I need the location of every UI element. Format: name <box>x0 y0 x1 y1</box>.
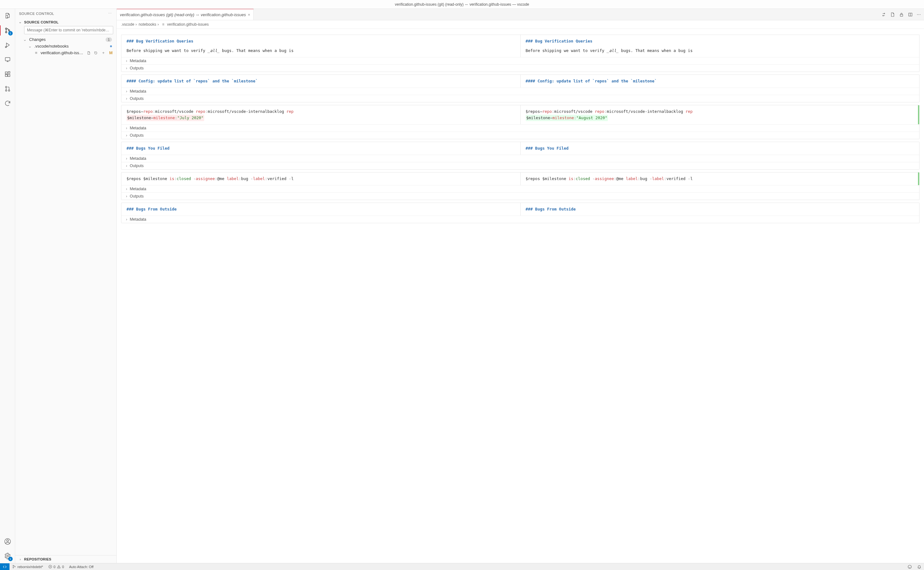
diff-cell: $repos=repo:microsoft/vscode repo:micros… <box>121 105 919 139</box>
tab-label: verification.github-issues (git) (read-o… <box>120 12 246 17</box>
chevron-down-icon: ⌄ <box>18 20 23 24</box>
github-pr-icon[interactable] <box>3 84 12 93</box>
notifications-icon[interactable] <box>915 565 924 569</box>
metadata-fold[interactable]: ›Metadata <box>121 185 919 192</box>
diff-left-pane[interactable]: $repos=repo:microsoft/vscode repo:micros… <box>121 105 521 124</box>
explorer-icon[interactable] <box>3 11 12 20</box>
md-heading: ### Bug Verification Queries <box>127 38 515 44</box>
folder-row[interactable]: ⌄ .vscode/notebooks <box>15 43 116 49</box>
more-actions-icon[interactable]: ⋯ <box>917 12 921 17</box>
open-file-action-icon[interactable] <box>890 12 895 17</box>
split-editor-icon[interactable] <box>908 12 913 17</box>
changes-count-badge: 1 <box>106 37 112 42</box>
swap-diff-icon[interactable] <box>881 12 886 17</box>
md-heading: ### Bug Verification Queries <box>526 38 915 44</box>
outputs-fold[interactable]: ›Outputs <box>121 192 919 200</box>
repositories-section[interactable]: › REPOSITORIES <box>15 555 116 563</box>
branch-status[interactable]: rebornix/nbdebt* <box>9 565 46 569</box>
breadcrumb-c[interactable]: verification.github-issues <box>167 22 208 27</box>
diff-right-pane[interactable]: $repos=repo:microsoft/vscode repo:micros… <box>521 105 919 124</box>
discard-changes-icon[interactable] <box>94 51 99 55</box>
scm-section-header[interactable]: ⌄ SOURCE CONTROL <box>15 19 116 25</box>
folder-modified-dot <box>110 45 112 47</box>
chevron-right-icon: › <box>126 66 127 70</box>
svg-point-19 <box>15 566 15 567</box>
stage-changes-icon[interactable]: + <box>101 51 106 55</box>
metadata-fold[interactable]: ›Metadata <box>121 87 919 95</box>
extensions-icon[interactable] <box>3 70 12 79</box>
md-paragraph: Before shipping we want to verify _all_ … <box>127 48 515 54</box>
chevron-down-icon: ⌄ <box>22 37 27 42</box>
md-heading: ### Bugs From Outside <box>526 206 915 212</box>
svg-point-10 <box>5 90 7 91</box>
outputs-fold[interactable]: ›Outputs <box>121 64 919 72</box>
diff-right-pane[interactable]: ### Bug Verification Queries Before ship… <box>521 35 919 57</box>
diff-right-pane[interactable]: #### Config: update list of `repos` and … <box>521 75 919 87</box>
svg-point-0 <box>5 28 7 29</box>
file-row[interactable]: ≡ verification.github-issues + M <box>15 49 116 56</box>
commit-message-input[interactable] <box>24 26 113 34</box>
open-file-icon[interactable] <box>87 51 92 55</box>
chevron-right-icon: › <box>126 187 127 191</box>
metadata-fold[interactable]: ›Metadata <box>121 155 919 162</box>
chevron-right-icon: › <box>126 156 127 161</box>
more-icon[interactable]: ⋯ <box>107 11 113 15</box>
run-debug-icon[interactable] <box>3 41 12 49</box>
breadcrumbs[interactable]: .vscode› notebooks› ≡verification.github… <box>117 20 924 29</box>
diff-cell: ### Bug Verification Queries Before ship… <box>121 35 919 72</box>
code-line: $repos $milestone is:closed -assignee:@m… <box>526 176 915 182</box>
diff-cell: ### Bugs From Outside ### Bugs From Outs… <box>121 202 919 223</box>
code-line: $repos=repo:microsoft/vscode repo:micros… <box>127 109 515 115</box>
svg-point-11 <box>8 90 9 91</box>
chevron-right-icon: › <box>126 133 127 138</box>
metadata-fold[interactable]: ›Metadata <box>121 124 919 132</box>
diff-right-pane[interactable]: ### Bugs From Outside <box>521 203 919 216</box>
file-label: verification.github-issues <box>41 51 85 55</box>
code-line-added: $milestone=milestone:"August 2020" <box>526 115 608 121</box>
diff-left-pane[interactable]: ### Bug Verification Queries Before ship… <box>121 35 521 57</box>
remote-explorer-icon[interactable] <box>3 55 12 64</box>
settings-gear-icon[interactable]: 1 <box>3 552 12 561</box>
accounts-icon[interactable] <box>3 537 12 546</box>
outputs-fold[interactable]: ›Outputs <box>121 132 919 139</box>
chevron-right-icon: › <box>126 217 127 222</box>
svg-point-22 <box>908 565 912 568</box>
breadcrumb-b[interactable]: notebooks <box>139 22 156 27</box>
svg-rect-8 <box>8 72 10 74</box>
sidebar: SOURCE CONTROL ⋯ ⌄ SOURCE CONTROL ⌄ Chan… <box>15 9 117 563</box>
metadata-fold[interactable]: ›Metadata <box>121 57 919 64</box>
file-icon: ≡ <box>161 22 166 27</box>
remote-indicator[interactable] <box>0 563 9 570</box>
chevron-right-icon: › <box>126 59 127 63</box>
diff-left-pane[interactable]: ### Bugs You Filed <box>121 142 521 155</box>
readonly-lock-icon[interactable] <box>899 12 904 17</box>
breadcrumb-a[interactable]: .vscode <box>121 22 134 27</box>
feedback-icon[interactable] <box>905 565 915 569</box>
svg-rect-15 <box>900 14 903 16</box>
diff-cell: $repos $milestone is:closed -assignee:@m… <box>121 172 919 200</box>
sync-icon[interactable] <box>3 99 12 108</box>
code-line: $repos $milestone is:closed -assignee:@m… <box>127 176 515 182</box>
diff-right-pane[interactable]: ### Bugs You Filed <box>521 142 919 155</box>
repositories-label: REPOSITORIES <box>24 557 51 561</box>
diff-left-pane[interactable]: ### Bugs From Outside <box>121 203 521 216</box>
tab-active[interactable]: verification.github-issues (git) (read-o… <box>117 9 254 20</box>
diff-left-pane[interactable]: $repos $milestone is:closed -assignee:@m… <box>121 172 521 185</box>
auto-attach-status[interactable]: Auto Attach: Off <box>67 565 96 569</box>
problems-status[interactable]: 0 0 <box>46 565 67 569</box>
diff-right-pane[interactable]: $repos $milestone is:closed -assignee:@m… <box>521 172 919 185</box>
diff-content[interactable]: ### Bug Verification Queries Before ship… <box>117 29 924 563</box>
diff-left-pane[interactable]: #### Config: update list of `repos` and … <box>121 75 521 87</box>
metadata-fold[interactable]: ›Metadata <box>121 216 919 223</box>
chevron-right-icon: › <box>126 126 127 130</box>
chevron-right-icon: › <box>126 89 127 93</box>
changes-group[interactable]: ⌄ Changes 1 <box>15 36 116 43</box>
outputs-fold[interactable]: ›Outputs <box>121 162 919 169</box>
error-count: 0 <box>54 565 55 569</box>
chevron-right-icon: › <box>18 557 23 561</box>
scm-icon[interactable]: 1 <box>3 26 12 35</box>
outputs-fold[interactable]: ›Outputs <box>121 95 919 102</box>
svg-rect-4 <box>5 58 10 61</box>
sidebar-title: SOURCE CONTROL <box>19 12 54 15</box>
close-tab-icon[interactable]: × <box>248 12 250 17</box>
